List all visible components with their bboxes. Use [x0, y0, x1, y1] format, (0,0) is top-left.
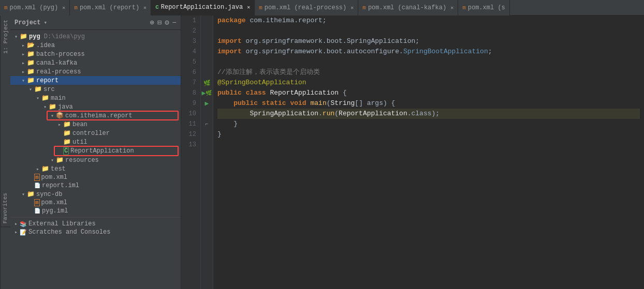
code-line-5 — [217, 57, 640, 67]
tree-item-report-iml[interactable]: 📄 report.iml — [10, 181, 181, 190]
sidebar-header-left: Project ▾ — [14, 19, 47, 26]
sidebar-title: Project — [14, 19, 40, 26]
gutter-7: 🌿 — [201, 78, 213, 88]
tree-item-report-app-file[interactable]: C ReportApplication — [10, 146, 181, 156]
minimize-icon[interactable]: − — [172, 19, 177, 27]
favorites-tab[interactable]: Favorites — [0, 190, 10, 227]
tab-report-app[interactable]: C ReportApplication.java ✕ — [151, 0, 255, 16]
tree-item-batch[interactable]: ▸ 📁 batch-process — [10, 50, 181, 58]
tree-item-java[interactable]: ▾ 📁 java — [10, 102, 181, 111]
line-numbers: 1 2 3 4 5 6 7 8 9 10 11 12 13 — [181, 16, 201, 289]
sidebar-tree: ▾ 📁 pyg D:\idea\pyg ▸ 📂 .idea ▸ 📁 batch-… — [10, 30, 181, 289]
code-9-c — [306, 98, 311, 109]
kw-void: void — [290, 98, 306, 109]
code-content[interactable]: package com.itheima.report; import org.s… — [213, 16, 644, 289]
code-10-a: . — [318, 109, 323, 119]
canal-label: canal-kafka — [36, 59, 181, 67]
tab-pom-real[interactable]: m pom.xml (real-process) ✕ — [255, 0, 358, 16]
gutter-2 — [201, 26, 213, 36]
tab-pom-canal[interactable]: m pom.xml (canal-kafka) ✕ — [358, 0, 458, 16]
package-icon: 📦 — [56, 112, 64, 119]
project-vertical-tab[interactable]: 1: Project — [0, 16, 10, 289]
tab-close-report-app[interactable]: ✕ — [247, 4, 250, 10]
kw-static: static — [262, 98, 286, 109]
sync-icon[interactable]: ⊕ — [150, 18, 154, 27]
code-line-1: package com.itheima.report; — [217, 16, 640, 26]
tree-item-pyg-iml[interactable]: 📄 pyg.iml — [10, 207, 181, 215]
vertical-tab-label: 1: Project — [3, 20, 9, 54]
idea-label: .idea — [36, 42, 181, 49]
line-num-8: 8 — [185, 88, 196, 98]
tree-item-report[interactable]: ▾ 📁 report — [10, 76, 181, 85]
tree-item-test[interactable]: ▸ 📁 test — [10, 164, 181, 173]
tree-item-main[interactable]: ▾ 📁 main — [10, 94, 181, 102]
tree-item-controller[interactable]: 📁 controller — [10, 129, 181, 138]
method-main: main — [311, 98, 327, 109]
arrow-canal: ▸ — [20, 60, 27, 66]
tab-pom-pyg[interactable]: m pom.xml (pyg) ✕ — [0, 0, 70, 16]
arrow-real: ▸ — [20, 69, 27, 75]
code-10-c: .class); — [407, 109, 440, 119]
tab-label-pom-canal: pom.xml (canal-kafka) — [368, 4, 446, 11]
tree-item-util[interactable]: 📁 util — [10, 138, 181, 146]
code-line-10: SpringApplication.run(ReportApplication.… — [217, 109, 640, 119]
tree-item-canal[interactable]: ▸ 📁 canal-kafka — [10, 58, 181, 67]
ext-libs-label: External Libraries — [28, 220, 181, 227]
tree-item-idea[interactable]: ▸ 📂 .idea — [10, 41, 181, 50]
scratches-label: Scratches and Consoles — [28, 229, 181, 236]
util-label: util — [72, 139, 181, 146]
collapse-icon[interactable]: ⊟ — [157, 18, 162, 27]
tab-close-pom-canal[interactable]: ✕ — [450, 5, 453, 11]
pom-icon-report: m — [74, 5, 78, 11]
tab-label-pom-report: pom.xml (report) — [80, 4, 139, 11]
class-report-app: ReportApplication — [339, 109, 407, 119]
arrow-report: ▾ — [20, 78, 27, 84]
run-gutter-icon-8[interactable]: ▶ — [202, 89, 206, 97]
method-run: run — [323, 109, 334, 119]
settings-icon[interactable]: ⚙ — [165, 18, 169, 27]
code-line-7: @SpringBootApplication — [217, 78, 640, 88]
fold-icon-11[interactable]: ⌐ — [205, 121, 208, 127]
tree-item-bean[interactable]: ▸ 📁 bean — [10, 120, 181, 129]
tab-pom-s[interactable]: m pom.xml (s — [458, 0, 510, 16]
pom-file-icon-sync: m — [34, 199, 40, 206]
code-7-annotation: @SpringBootApplication — [217, 78, 306, 88]
run-gutter-icon-9[interactable]: ▶ — [205, 99, 209, 108]
arrow-scratches: ▸ — [12, 229, 20, 235]
code-line-6: //添加注解，表示该类是个启动类 — [217, 67, 640, 78]
tab-close-pom-pyg[interactable]: ✕ — [62, 5, 65, 11]
sidebar-header-icons: ⊕ ⊟ ⚙ − — [150, 18, 177, 27]
tree-item-package[interactable]: ▾ 📦 com.itheima.report — [10, 111, 181, 120]
tree-item-pom-sync[interactable]: m pom.xml — [10, 199, 181, 207]
tab-close-pom-real[interactable]: ✕ — [350, 5, 354, 11]
kw-public-1: public — [217, 88, 242, 98]
tree-item-resources[interactable]: ▾ 📁 resources — [10, 156, 181, 164]
gutter-5 — [201, 57, 213, 67]
tree-item-pyg-root[interactable]: ▾ 📁 pyg D:\idea\pyg — [10, 32, 181, 41]
code-12-close: } — [217, 129, 222, 140]
tree-item-scratches[interactable]: ▸ 📝 Scratches and Consoles — [10, 228, 181, 236]
sidebar-dropdown-icon[interactable]: ▾ — [43, 19, 47, 26]
module-icon-sync: 📁 — [27, 190, 35, 198]
code-3-rest: org.springframework.boot.SpringApplicati… — [242, 36, 419, 47]
tab-label-pom-s: pom.xml (s — [468, 4, 505, 11]
tab-close-pom-report[interactable]: ✕ — [143, 5, 147, 11]
code-container: 1 2 3 4 5 6 7 8 9 10 11 12 13 — [181, 16, 644, 289]
arrow-main: ▾ — [34, 95, 41, 101]
gutter-6 — [201, 67, 213, 78]
code-9-a — [258, 98, 262, 109]
arrow-batch: ▸ — [20, 51, 27, 57]
tree-item-pom-report[interactable]: m pom.xml — [10, 173, 181, 181]
arrow-test: ▸ — [34, 166, 41, 172]
tree-item-src[interactable]: ▾ 📁 src — [10, 85, 181, 94]
tree-item-sync-db[interactable]: ▾ 📁 sync-db — [10, 190, 181, 199]
code-line-11: } — [217, 119, 640, 129]
code-4-b: ; — [488, 47, 492, 57]
tab-pom-report[interactable]: m pom.xml (report) ✕ — [70, 0, 151, 16]
gutter-9[interactable]: ▶ — [201, 98, 213, 109]
tree-item-real[interactable]: ▸ 📁 real-process — [10, 67, 181, 76]
code-9-indent — [217, 98, 233, 109]
line-num-6: 6 — [185, 67, 196, 78]
tree-item-ext-libs[interactable]: ▸ 📚 External Libraries — [10, 220, 181, 228]
gutter-8[interactable]: ▶ 🌿 — [201, 88, 213, 98]
